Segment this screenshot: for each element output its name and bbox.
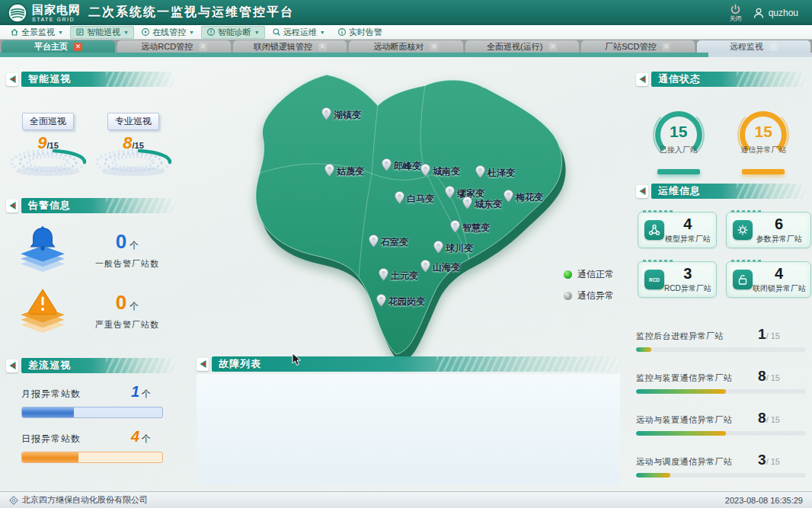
tab-label: 平台主页 [34, 41, 68, 53]
station-pin-4[interactable]: 杜泽变 [475, 165, 515, 181]
station-name: 城东变 [475, 198, 502, 211]
region-map: 湖镇变 姑蔑变 郎峰变 城南变 杜泽变 白马变 缪家变 城东变 梅花变 智慧变 … [251, 67, 571, 360]
menu-item-3[interactable]: 智能诊断 ▼ [201, 26, 265, 39]
close-icon[interactable]: ✕ [769, 43, 778, 51]
station-name: 郎峰变 [394, 160, 421, 173]
station-pin-2[interactable]: 郎峰变 [382, 158, 421, 174]
menu-bar: 全景监视 ▼ 智能巡视 ▼ 在线管控 ▼ 智能诊断 ▼ 远程运维 ▼ 实时告警 [0, 25, 812, 40]
gauge-label: 专业巡视 [107, 113, 159, 130]
map-terrain [251, 67, 571, 360]
panel-arrow-icon[interactable] [636, 73, 648, 86]
tab-6[interactable]: 远程监视 ✕ [697, 40, 810, 53]
menu-item-4[interactable]: 远程运维 ▼ [267, 26, 331, 39]
stat-total: / 15 [766, 457, 780, 466]
panel-arrow-icon[interactable] [6, 200, 18, 212]
ops-value: 6 [753, 216, 806, 232]
ops-label: 模型异常厂站 [664, 234, 711, 244]
list-icon [75, 27, 85, 37]
company-logo-icon [9, 496, 18, 505]
parameter-icon [733, 220, 753, 240]
close-icon[interactable]: ✕ [318, 43, 327, 51]
top-header: 国家电网 STATE GRID 二次系统统一监视与运维管控平台 关闭 quzho… [0, 0, 812, 25]
stat-total: / 15 [766, 373, 780, 382]
menu-item-2[interactable]: 在线管控 ▼ [136, 26, 200, 39]
menu-item-5[interactable]: 实时告警 [332, 26, 388, 39]
user-icon [753, 7, 765, 19]
station-name: 石室变 [381, 236, 408, 249]
ops-card-2[interactable]: RCD 3 RCD异常厂站 [638, 261, 717, 298]
map-pin-icon [379, 268, 388, 284]
station-pin-13[interactable]: 土元变 [379, 268, 418, 284]
brand-name-cn: 国家电网 [32, 4, 81, 15]
station-pin-14[interactable]: 花园岗变 [376, 294, 425, 310]
tab-5[interactable]: 厂站SCD管控 ✕ [581, 40, 695, 53]
diff-value: 4 [131, 428, 139, 445]
station-pin-5[interactable]: 白马变 [395, 191, 434, 207]
panel-arrow-icon[interactable] [197, 358, 209, 371]
station-pin-12[interactable]: 山海变 [420, 260, 460, 276]
home-icon [10, 27, 19, 37]
play-circle-icon [141, 27, 150, 37]
company-name: 北京四方继保自动化股份有限公司 [22, 494, 148, 506]
username: quzhou [769, 8, 798, 18]
legend-item-normal: 通信正常 [564, 268, 614, 281]
ops-card-0[interactable]: 4 模型异常厂站 [638, 212, 717, 248]
close-icon[interactable]: ✕ [74, 43, 82, 51]
stat-value: 3 [758, 452, 766, 468]
process-stat-2: 远动与装置通信异常厂站 8/ 15 [636, 410, 806, 436]
tab-1[interactable]: 远动RCD管控 ✕ [117, 40, 231, 53]
power-close-button[interactable]: 关闭 [730, 4, 742, 22]
ops-card-3[interactable]: 4 联闭锁异常厂站 [726, 261, 811, 298]
station-pin-1[interactable]: 姑蔑变 [324, 164, 364, 180]
fault-list-content [197, 374, 620, 484]
station-name: 花园岗变 [388, 296, 425, 308]
user-account[interactable]: quzhou [753, 7, 798, 19]
station-pin-10[interactable]: 石室变 [369, 235, 408, 251]
ops-card-1[interactable]: 6 参数异常厂站 [726, 212, 811, 248]
stat-label: 监控后台进程异常厂站 [636, 331, 724, 342]
panel-arrow-icon[interactable] [6, 359, 18, 372]
close-icon[interactable]: ✕ [548, 43, 557, 51]
warning-icon [6, 286, 79, 335]
close-icon[interactable]: ✕ [199, 43, 207, 51]
panel-arrow-icon[interactable] [636, 185, 648, 198]
station-pin-7[interactable]: 城东变 [462, 196, 502, 212]
menu-item-0[interactable]: 全景监视 ▼ [5, 26, 69, 39]
map-pin-icon [382, 158, 392, 174]
station-name: 智慧变 [462, 222, 490, 235]
alarm-info-panel: 告警信息 0个 一般告警厂站数 0个 严重告警厂站数 [6, 198, 175, 335]
station-pin-8[interactable]: 梅花变 [504, 190, 543, 206]
legend-label: 通信正常 [577, 268, 614, 281]
station-name: 山海变 [433, 261, 460, 274]
station-pin-9[interactable]: 智慧变 [450, 220, 490, 236]
station-pin-11[interactable]: 球川变 [433, 241, 473, 257]
stat-total: / 15 [766, 415, 780, 424]
chevron-down-icon: ▼ [58, 30, 63, 35]
comm-gauge-1: 15 通信异常厂站 [724, 111, 803, 174]
alarm-count: 0 [116, 291, 126, 314]
map-pin-icon [475, 165, 485, 181]
gauge-total: /15 [132, 141, 143, 150]
tab-3[interactable]: 远动断面核对 ✕ [349, 40, 462, 53]
menu-item-1[interactable]: 智能巡视 ▼ [70, 26, 134, 39]
stat-label: 监控与装置通信异常厂站 [636, 372, 733, 384]
panel-arrow-icon[interactable] [6, 73, 18, 86]
alarm-item-1: 0个 严重告警厂站数 [6, 286, 175, 335]
map-legend: 通信正常 通信异常 [564, 268, 614, 311]
tab-label: 厂站SCD管控 [605, 41, 656, 53]
close-icon[interactable]: ✕ [662, 43, 670, 51]
close-icon[interactable]: ✕ [430, 43, 438, 51]
diff-label: 日报异常站数 [21, 433, 81, 446]
page-title: 二次系统统一监视与运维管控平台 [88, 5, 294, 21]
stat-progress-bar [636, 347, 806, 352]
chevron-down-icon: ▼ [123, 30, 129, 35]
station-pin-0[interactable]: 湖镇变 [321, 107, 361, 123]
panel-title: 告警信息 [28, 199, 71, 212]
ring-gauge: 15 通信异常厂站 [740, 111, 787, 158]
tab-2[interactable]: 联闭锁逻辑管控 ✕ [233, 40, 347, 53]
station-pin-3[interactable]: 城南变 [420, 164, 460, 180]
alert-icon [337, 27, 347, 37]
tab-0[interactable]: 平台主页 ✕ [2, 40, 115, 53]
tab-4[interactable]: 全面巡视(运行) ✕ [465, 40, 579, 53]
patrol-gauge-0: 全面巡视 9/15 [8, 113, 88, 181]
